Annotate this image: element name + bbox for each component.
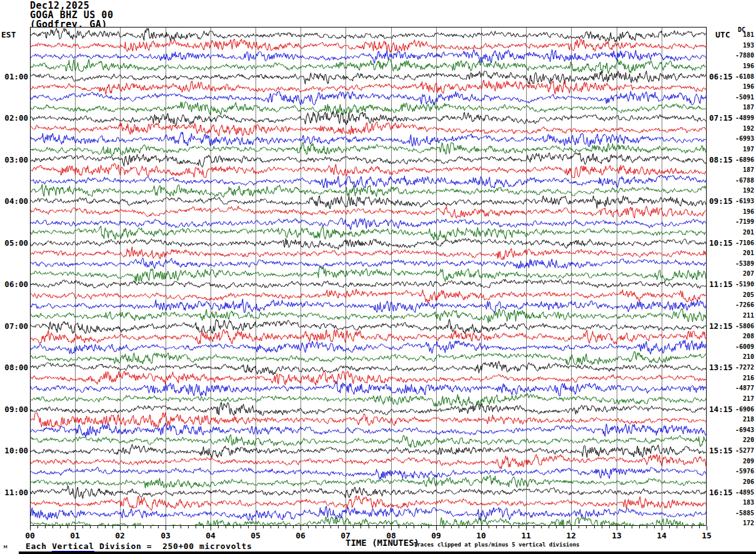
dc-offset-value: 211 bbox=[719, 311, 754, 320]
x-axis-tick-label: 03 bbox=[156, 531, 176, 540]
dc-offset-value: -6193 bbox=[719, 197, 754, 206]
x-axis-minor-tick bbox=[331, 526, 331, 528]
dc-offset-value: 187 bbox=[719, 166, 754, 174]
est-hour-label: 02:00 bbox=[0, 113, 28, 123]
dc-offset-value: 201 bbox=[719, 228, 754, 237]
dc-offset-value: -5806 bbox=[719, 322, 754, 331]
x-axis-minor-tick bbox=[414, 526, 414, 528]
x-axis-minor-tick bbox=[677, 526, 677, 528]
x-axis-minor-tick bbox=[406, 526, 407, 528]
x-axis-minor-tick bbox=[308, 526, 309, 528]
x-axis-tick-label: 12 bbox=[561, 531, 581, 540]
x-axis-tick-label: 00 bbox=[20, 531, 40, 540]
x-axis-minor-tick bbox=[82, 526, 83, 528]
x-axis-major-tick bbox=[75, 526, 76, 530]
dc-offset-value: -5885 bbox=[719, 509, 754, 518]
x-axis-minor-tick bbox=[594, 526, 595, 528]
dc-offset-value: 218 bbox=[719, 415, 754, 424]
x-axis-title: TIME (MINUTES) bbox=[346, 538, 419, 548]
est-hour-label: 05:00 bbox=[0, 238, 28, 248]
dc-offset-value: -5976 bbox=[719, 467, 754, 476]
x-axis-minor-tick bbox=[692, 526, 692, 528]
dc-offset-value: -6943 bbox=[719, 426, 754, 435]
x-axis-minor-tick bbox=[60, 526, 61, 528]
left-timezone-label: EST bbox=[1, 30, 16, 39]
x-axis-minor-tick bbox=[233, 526, 234, 528]
x-axis-minor-tick bbox=[639, 526, 640, 528]
est-hour-label: 01:00 bbox=[0, 72, 28, 82]
x-axis-major-tick bbox=[526, 526, 527, 530]
dc-offset-value: -5389 bbox=[719, 259, 754, 268]
dc-offset-value: -6009 bbox=[719, 343, 754, 351]
dc-offset-value: -5277 bbox=[719, 446, 754, 455]
dc-offset-value: -4899 bbox=[719, 114, 754, 123]
x-axis-tick-label: 10 bbox=[471, 531, 491, 540]
x-axis-minor-tick bbox=[90, 526, 91, 528]
est-hour-label: 06:00 bbox=[0, 280, 28, 290]
x-axis-tick-label: 14 bbox=[652, 531, 672, 540]
scale-note-underlined-word: Vertical bbox=[52, 541, 94, 552]
x-axis-minor-tick bbox=[52, 526, 53, 528]
dc-offset-value: -6896 bbox=[719, 156, 754, 164]
dc-offset-value: -6993 bbox=[719, 134, 754, 143]
est-hour-label: 08:00 bbox=[0, 363, 28, 373]
x-axis-minor-tick bbox=[241, 526, 241, 528]
x-axis-tick-label: 05 bbox=[246, 531, 266, 540]
dc-offset-value: 220 bbox=[719, 436, 754, 445]
dc-offset-value: -4895 bbox=[719, 488, 754, 497]
dc-offset-value: 207 bbox=[719, 269, 754, 278]
x-axis-minor-tick bbox=[579, 526, 579, 528]
x-axis-minor-tick bbox=[399, 526, 399, 528]
x-axis-minor-tick bbox=[151, 526, 151, 528]
x-axis-minor-tick bbox=[421, 526, 422, 528]
x-axis-minor-tick bbox=[602, 526, 602, 528]
x-axis-minor-tick bbox=[669, 526, 670, 528]
seismogram-canvas bbox=[30, 27, 707, 526]
x-axis-tick-label: 02 bbox=[110, 531, 130, 540]
x-axis-minor-tick bbox=[564, 526, 564, 528]
x-axis-major-tick bbox=[617, 526, 617, 530]
x-axis-minor-tick bbox=[519, 526, 519, 528]
x-axis-minor-tick bbox=[474, 526, 474, 528]
x-axis-minor-tick bbox=[293, 526, 294, 528]
x-axis-minor-tick bbox=[127, 526, 128, 528]
dc-offset-value: 206 bbox=[719, 478, 754, 486]
clip-note: Traces clipped at plus/minus 5 vertical … bbox=[414, 541, 580, 548]
x-axis-minor-tick bbox=[97, 526, 98, 528]
x-axis-minor-tick bbox=[226, 526, 226, 528]
x-axis-minor-tick bbox=[361, 526, 361, 528]
scale-note-prefix: Each bbox=[26, 541, 52, 551]
dc-offset-value: -7199 bbox=[719, 218, 754, 226]
dc-offset-value: 193 bbox=[719, 41, 754, 50]
x-axis-minor-tick bbox=[511, 526, 512, 528]
dc-offset-value: 192 bbox=[719, 124, 754, 133]
x-axis-major-tick bbox=[120, 526, 121, 530]
x-axis-tick-label: 13 bbox=[607, 531, 627, 540]
x-axis-minor-tick bbox=[158, 526, 159, 528]
dc-offset-value: 197 bbox=[719, 145, 754, 154]
x-axis-minor-tick bbox=[203, 526, 204, 528]
x-axis-minor-tick bbox=[459, 526, 459, 528]
dc-offset-value: 216 bbox=[719, 374, 754, 383]
x-axis-major-tick bbox=[346, 526, 346, 530]
dc-offset-value: 196 bbox=[719, 62, 754, 71]
x-axis-major-tick bbox=[166, 526, 166, 530]
x-axis-minor-tick bbox=[338, 526, 339, 528]
x-axis-major-tick bbox=[256, 526, 256, 530]
x-axis-minor-tick bbox=[376, 526, 377, 528]
x-axis-minor-tick bbox=[684, 526, 685, 528]
x-axis-minor-tick bbox=[37, 526, 38, 528]
helicorder-screen: Dec12,2025 GOGA BHZ US 00 (Godfrey, GA) … bbox=[0, 0, 756, 554]
x-axis-major-tick bbox=[707, 526, 707, 530]
x-axis-minor-tick bbox=[647, 526, 647, 528]
x-axis-minor-tick bbox=[489, 526, 489, 528]
dc-offset-value: 172 bbox=[719, 519, 754, 528]
dc-offset-value: -5190 bbox=[719, 280, 754, 289]
dc-offset-value: -7266 bbox=[719, 301, 754, 310]
x-axis-major-tick bbox=[391, 526, 392, 530]
dc-offset-value: 183 bbox=[719, 498, 754, 507]
est-hour-label: 10:00 bbox=[0, 446, 28, 456]
x-axis-minor-tick bbox=[135, 526, 136, 528]
x-axis-minor-tick bbox=[112, 526, 113, 528]
est-hour-label: 03:00 bbox=[0, 155, 28, 165]
